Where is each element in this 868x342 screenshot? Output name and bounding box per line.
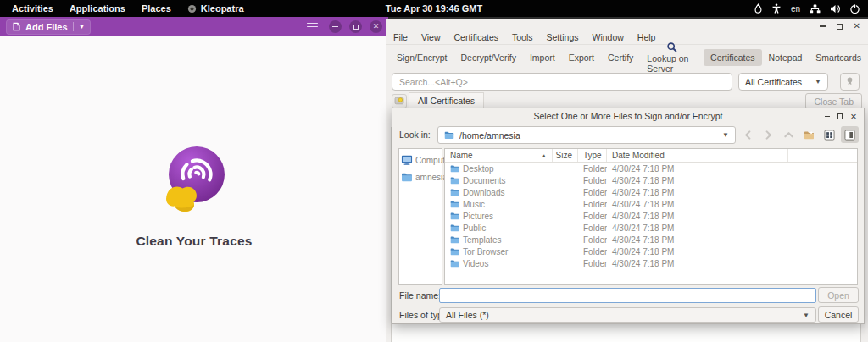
- up-button[interactable]: [780, 126, 798, 143]
- import-button[interactable]: Import: [523, 49, 562, 66]
- column-header-type[interactable]: Type: [578, 149, 607, 162]
- sidebar-item-computer[interactable]: Computer: [399, 152, 442, 168]
- network-icon[interactable]: [810, 4, 821, 14]
- back-button[interactable]: [739, 126, 757, 143]
- certificate-filter-dropdown[interactable]: All Certificates ▼: [738, 73, 828, 91]
- file-type: Folder: [578, 247, 607, 256]
- maximize-button[interactable]: [349, 20, 362, 33]
- file-row[interactable]: Downloads Folder 4/30/24 7:18 PM: [445, 186, 857, 198]
- file-name: Desktop: [463, 164, 494, 174]
- lookup-on-server-button[interactable]: Lookup on Server: [640, 41, 704, 74]
- export-button[interactable]: Export: [562, 49, 601, 66]
- file-type: Folder: [578, 200, 607, 209]
- new-folder-button[interactable]: [800, 126, 818, 143]
- certificate-search-input[interactable]: [392, 73, 732, 91]
- menu-tools[interactable]: Tools: [512, 32, 533, 42]
- sign-encrypt-button[interactable]: Sign/Encrypt: [390, 49, 454, 66]
- column-header-size[interactable]: Size: [553, 149, 578, 162]
- file-row[interactable]: Public Folder 4/30/24 7:18 PM: [445, 222, 857, 234]
- add-files-button[interactable]: Add Files ▼: [6, 19, 91, 35]
- file-date-modified: 4/30/24 7:18 PM: [607, 176, 788, 185]
- file-type: Folder: [578, 164, 607, 174]
- top-bar: Activities Applications Places Kleopatra…: [0, 0, 868, 17]
- activities-button[interactable]: Activities: [12, 3, 53, 14]
- file-name-label: File name:: [399, 290, 441, 301]
- file-type: Folder: [578, 212, 607, 221]
- chevron-down-icon[interactable]: ▼: [79, 24, 86, 30]
- column-header-filler: [788, 149, 857, 162]
- file-date-modified: 4/30/24 7:18 PM: [607, 247, 788, 256]
- forward-button[interactable]: [760, 126, 777, 143]
- menu-view[interactable]: View: [421, 32, 441, 42]
- clock[interactable]: Tue Apr 30 19:46 GMT: [386, 0, 482, 17]
- hamburger-menu-icon[interactable]: [307, 23, 318, 31]
- file-dialog: Select One or More Files to Sign and/or …: [392, 108, 865, 324]
- file-name-input[interactable]: [439, 288, 816, 303]
- kleopatra-maximize-button[interactable]: [837, 24, 843, 30]
- tab-all-certificates[interactable]: All Certificates: [409, 92, 484, 109]
- file-name: Documents: [463, 176, 506, 185]
- file-name: Music: [463, 200, 485, 209]
- add-files-icon: [12, 22, 21, 31]
- dialog-title: Select One or More Files to Sign and/or …: [392, 108, 864, 124]
- file-date-modified: 4/30/24 7:18 PM: [607, 200, 788, 209]
- tab-bar-icon-button[interactable]: [392, 94, 407, 108]
- file-list-header: Name ▲ Size Type Date Modified: [445, 149, 857, 163]
- file-row[interactable]: Tor Browser Folder 4/30/24 7:18 PM: [445, 245, 857, 257]
- menu-certificates[interactable]: Certificates: [454, 32, 499, 42]
- dialog-minimize-button[interactable]: [825, 116, 830, 117]
- open-button[interactable]: Open: [818, 287, 859, 303]
- file-row[interactable]: Videos Folder 4/30/24 7:18 PM: [445, 257, 857, 269]
- file-name: Downloads: [463, 188, 504, 197]
- kleopatra-minimize-button[interactable]: [820, 25, 826, 26]
- folder-icon: [450, 235, 459, 244]
- dialog-maximize-button[interactable]: [837, 113, 843, 119]
- applications-menu[interactable]: Applications: [70, 3, 125, 14]
- menu-help[interactable]: Help: [637, 32, 656, 42]
- detail-view-button[interactable]: [841, 126, 859, 143]
- file-row[interactable]: Pictures Folder 4/30/24 7:18 PM: [445, 210, 857, 222]
- files-of-type-dropdown[interactable]: All Files (*) ▼: [439, 307, 816, 323]
- keyboard-layout-indicator[interactable]: en: [791, 4, 800, 14]
- file-row[interactable]: Templates Folder 4/30/24 7:18 PM: [445, 234, 857, 245]
- menu-file[interactable]: File: [393, 32, 408, 42]
- file-type: Folder: [578, 223, 607, 233]
- button-divider: [73, 22, 74, 31]
- tails-droplet-icon[interactable]: [754, 3, 762, 14]
- kleopatra-toolbar: Sign/Encrypt Decrypt/Verify Import Expor…: [386, 46, 868, 69]
- volume-icon[interactable]: [830, 4, 841, 14]
- column-header-name[interactable]: Name ▲: [445, 149, 553, 162]
- app-menu-kleopatra[interactable]: Kleopatra: [187, 3, 244, 14]
- file-type: Folder: [578, 235, 607, 245]
- column-header-date-modified[interactable]: Date Modified: [607, 149, 788, 162]
- dialog-close-button[interactable]: ✕: [850, 113, 857, 121]
- certificates-tab-button[interactable]: Certificates: [704, 49, 762, 66]
- power-icon[interactable]: [850, 4, 860, 14]
- accessibility-icon[interactable]: [771, 3, 782, 14]
- folder-icon: [401, 172, 413, 182]
- file-row[interactable]: Desktop Folder 4/30/24 7:18 PM: [445, 163, 857, 174]
- cancel-button[interactable]: Cancel: [818, 306, 859, 323]
- sidebar-item-amnesia[interactable]: amnesia: [399, 168, 442, 185]
- smartcards-button[interactable]: Smartcards: [809, 49, 868, 66]
- minimize-button[interactable]: [329, 20, 342, 33]
- folder-icon: [450, 259, 459, 268]
- folder-icon: [450, 212, 459, 220]
- sort-ascending-icon: ▲: [542, 152, 547, 158]
- menu-settings[interactable]: Settings: [547, 32, 579, 42]
- close-button[interactable]: ✕: [370, 20, 382, 33]
- file-row[interactable]: Documents Folder 4/30/24 7:18 PM: [445, 174, 857, 186]
- folder-icon: [450, 247, 459, 256]
- menu-window[interactable]: Window: [592, 32, 623, 42]
- look-in-dropdown[interactable]: /home/amnesia ▼: [437, 126, 736, 144]
- folder-icon: [444, 130, 454, 140]
- metadata-cleaner-logo: [156, 207, 232, 221]
- places-menu[interactable]: Places: [142, 3, 171, 14]
- decrypt-verify-button[interactable]: Decrypt/Verify: [454, 49, 523, 66]
- certify-filter-button[interactable]: [840, 73, 860, 91]
- certify-button[interactable]: Certify: [601, 49, 640, 66]
- notepad-button[interactable]: Notepad: [762, 49, 810, 66]
- list-view-button[interactable]: [821, 126, 838, 143]
- file-row[interactable]: Music Folder 4/30/24 7:18 PM: [445, 198, 857, 210]
- file-name: Templates: [463, 235, 502, 245]
